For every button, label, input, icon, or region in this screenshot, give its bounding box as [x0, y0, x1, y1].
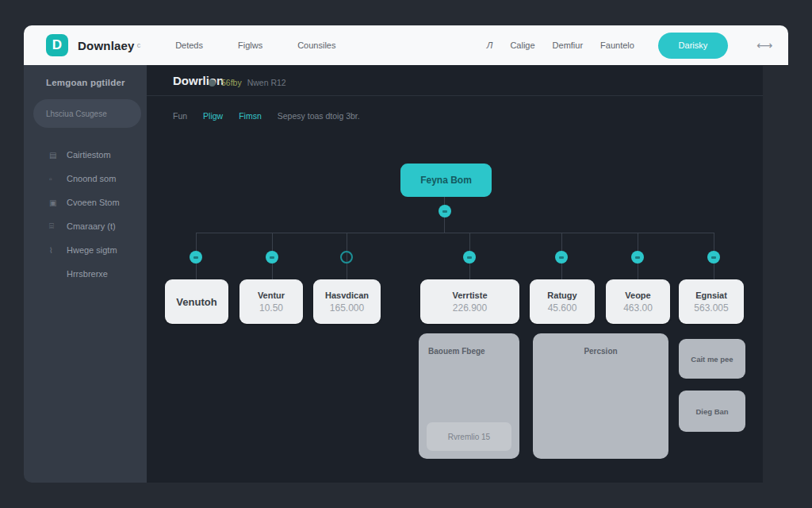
node-value: 45.600	[548, 302, 577, 314]
node-title: Hasvdican	[325, 291, 369, 300]
node-title: Verrtiste	[452, 291, 487, 300]
sidebar-search-value: Lhsciua Csugese	[46, 110, 107, 118]
status-indicator: 56fby Nwen R12	[209, 78, 286, 87]
status-text: Nwen R12	[247, 78, 286, 87]
node-value: 563.005	[694, 302, 728, 314]
node-card-6[interactable]: Veope 463.00	[606, 279, 670, 324]
status-highlight: 56fby	[221, 78, 242, 87]
nav-right-link-3[interactable]: Fauntelo	[600, 40, 634, 50]
filter-description: Sepesy toas dtoig 3br.	[278, 111, 360, 121]
brand-logo-icon[interactable]: D	[46, 34, 68, 56]
node-title: Venutoh	[176, 296, 216, 308]
sidebar-item-label: Cmaraary (t)	[67, 221, 116, 231]
nav-link-3[interactable]: Counsiles	[297, 40, 335, 50]
tools-icon[interactable]: Л	[487, 40, 493, 50]
sidebar-item-label: Cnoond som	[67, 174, 116, 183]
nav-link-1[interactable]: Deteds	[175, 40, 203, 50]
node-card-3[interactable]: Hasvdican 165.000	[313, 279, 381, 324]
expand-horizontal-icon[interactable]: ⟷	[756, 39, 772, 52]
panel-title: Percsion	[584, 347, 617, 356]
node-title: Egnsiat	[695, 291, 727, 300]
node-title: Veope	[625, 291, 650, 300]
sidebar-item-label: Hrrsbrerxe	[67, 269, 108, 279]
menu-item-icon: ⌸	[49, 221, 67, 231]
node-value: 10.50	[259, 302, 283, 314]
node-dot-icon-2[interactable]	[266, 251, 278, 264]
menu-item-icon: ▫	[49, 175, 67, 183]
sidebar-item-4[interactable]: ⌸ Cmaraary (t)	[24, 214, 147, 238]
filter-bar: Fun Pligw Fimsn Sepesy toas dtoig 3br.	[173, 111, 360, 121]
root-node-button[interactable]: Feyna Bom	[400, 164, 492, 197]
primary-cta-button[interactable]: Darisky	[658, 33, 728, 59]
sidebar-search-input[interactable]: Lhsciua Csugese	[33, 99, 141, 128]
panel-title: Baouem Fbege	[428, 347, 485, 356]
filter-item-2[interactable]: Pligw	[203, 111, 223, 121]
node-dot-icon-1[interactable]	[190, 251, 202, 264]
node-title: Ventur	[258, 291, 285, 300]
menu-item-icon: ▣	[49, 198, 67, 207]
filter-item-1[interactable]: Fun	[173, 111, 187, 121]
node-title: Ratugy	[547, 291, 576, 300]
brand-suffix: c	[137, 41, 141, 49]
node-dot-icon-4[interactable]	[463, 251, 476, 264]
status-dot-icon	[209, 79, 216, 87]
filter-item-3[interactable]: Fimsn	[239, 111, 262, 121]
sidebar-title: Lemgoan pgtilder	[46, 78, 125, 87]
tile-label: Dieg Ban	[695, 407, 728, 416]
app-window: D Downlaey c Deteds Figlws Counsiles Л C…	[0, 0, 812, 508]
node-dot-icon-3[interactable]	[340, 251, 353, 264]
sidebar-item-1[interactable]: ▤ Cairtiestom	[24, 143, 147, 167]
detail-panel-left[interactable]: Baouem Fbege Rvremlio 15	[419, 333, 519, 459]
node-dot-icon-5[interactable]	[555, 251, 568, 264]
nav-right-link-2[interactable]: Demfiur	[553, 40, 584, 50]
sidebar-menu: ▤ Cairtiestom ▫ Cnoond som ▣ Cvoeen Stom…	[24, 143, 147, 286]
menu-item-icon: ⌇	[49, 246, 67, 255]
sidebar-item-label: Cairtiestom	[67, 150, 111, 160]
node-value: 165.000	[330, 302, 364, 314]
action-tile-top[interactable]: Cait me pee	[679, 339, 745, 379]
node-value: 226.900	[453, 302, 487, 314]
secondary-nav: Л Calige Demfiur Fauntelo Darisky ⟷	[487, 33, 772, 59]
sidebar-item-2[interactable]: ▫ Cnoond som	[24, 167, 147, 190]
node-value: 463.00	[623, 302, 653, 314]
nav-right-link-1[interactable]: Calige	[510, 40, 534, 50]
action-tile-bottom[interactable]: Dieg Ban	[679, 391, 745, 432]
connector-line	[196, 233, 714, 233]
header-divider	[147, 95, 763, 96]
sidebar: Lemgoan pgtilder Lhsciua Csugese ▤ Cairt…	[24, 65, 147, 483]
nav-link-2[interactable]: Figlws	[238, 40, 262, 50]
sidebar-item-3[interactable]: ▣ Cvoeen Stom	[24, 190, 147, 214]
menu-item-icon: ▤	[49, 151, 67, 160]
panel-inner-chip[interactable]: Rvremlio 15	[427, 422, 511, 451]
main-content: Dowrlion 56fby Nwen R12 Fun Pligw Fimsn …	[147, 65, 763, 483]
panel-inner-label: Rvremlio 15	[448, 433, 490, 441]
detail-panel-center[interactable]: Percsion	[533, 333, 668, 459]
sidebar-item-6[interactable]: Hrrsbrerxe	[24, 262, 147, 286]
node-dot-icon-7[interactable]	[707, 251, 720, 264]
node-card-7[interactable]: Egnsiat 563.005	[679, 279, 744, 324]
primary-nav: Deteds Figlws Counsiles	[175, 40, 335, 50]
tile-label: Cait me pee	[691, 355, 733, 364]
sidebar-item-label: Hwege sigtm	[67, 245, 117, 255]
node-card-4[interactable]: Verrtiste 226.900	[420, 279, 519, 324]
node-card-5[interactable]: Ratugy 45.600	[530, 279, 595, 324]
node-card-1[interactable]: Venutoh	[165, 279, 228, 324]
sidebar-item-5[interactable]: ⌇ Hwege sigtm	[24, 238, 147, 262]
node-dot-icon-6[interactable]	[631, 251, 644, 264]
root-connector-dot-icon[interactable]	[439, 205, 451, 217]
node-card-2[interactable]: Ventur 10.50	[239, 279, 303, 324]
sidebar-item-label: Cvoeen Stom	[67, 198, 120, 207]
top-navbar: D Downlaey c Deteds Figlws Counsiles Л C…	[24, 25, 788, 65]
brand-name: Downlaey	[78, 39, 135, 52]
